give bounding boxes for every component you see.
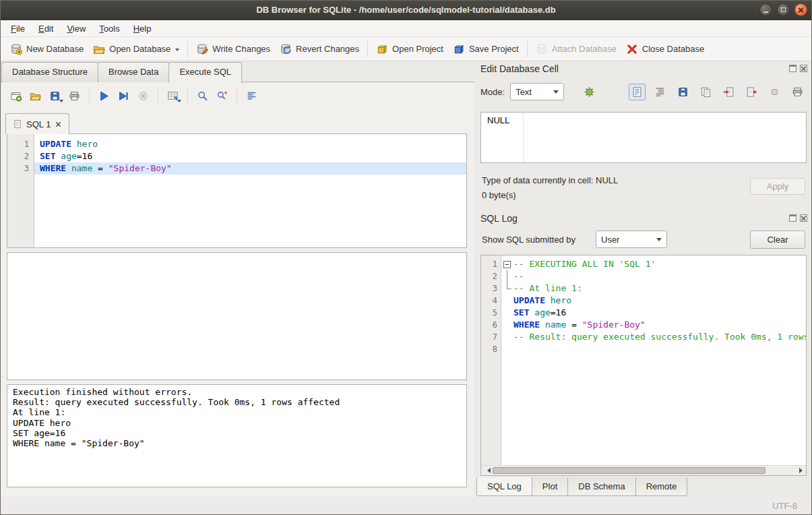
fold-guide — [501, 319, 512, 331]
indent-button[interactable] — [652, 84, 668, 100]
line-number: 2 — [7, 150, 34, 162]
copy-button[interactable] — [697, 84, 714, 100]
open-project-button[interactable]: Open Project — [371, 40, 448, 59]
close-panel-icon[interactable] — [800, 65, 807, 72]
dock-tab-remote[interactable]: Remote — [635, 477, 688, 496]
button-label: Revert Changes — [296, 44, 359, 54]
open-database-icon — [93, 43, 105, 55]
auto-update-button[interactable] — [581, 84, 598, 100]
clear-button[interactable]: Clear — [750, 231, 805, 249]
button-label: New Database — [26, 44, 84, 54]
menu-edit[interactable]: Edit — [32, 21, 60, 36]
results-grid[interactable] — [7, 252, 467, 380]
cell-mode-row: Mode: Text — [480, 82, 806, 101]
save-project-icon — [453, 43, 465, 55]
statusbar: UTF-8 — [0, 497, 812, 515]
tab-browse-data[interactable]: Browse Data — [98, 62, 169, 82]
close-button[interactable] — [794, 3, 807, 16]
cell-toolbar — [581, 84, 806, 100]
save-project-button[interactable]: Save Project — [448, 40, 524, 59]
maximize-button[interactable] — [777, 3, 790, 16]
dock-tab-plot[interactable]: Plot — [532, 477, 568, 496]
apply-button[interactable]: Apply — [750, 178, 805, 195]
encoding-indicator[interactable]: UTF-8 — [772, 501, 797, 511]
text-mode-button[interactable] — [629, 84, 646, 100]
submitter-value: User — [601, 235, 619, 245]
mode-select[interactable]: Text — [510, 83, 564, 100]
print-cell-button[interactable] — [789, 84, 806, 100]
line-number: 4 — [481, 295, 501, 307]
message-line: At line 1: — [13, 407, 461, 417]
import-file-button[interactable] — [720, 84, 737, 100]
execute-line-button[interactable] — [115, 87, 133, 105]
message-line: UPDATE hero — [13, 418, 461, 428]
minimize-button[interactable] — [759, 3, 772, 16]
tab-database-structure[interactable]: Database Structure — [1, 62, 98, 82]
find-replace-icon — [216, 90, 228, 102]
submitter-select[interactable]: User — [596, 231, 667, 248]
save-results-button[interactable] — [164, 87, 182, 105]
execute-all-button[interactable] — [95, 87, 113, 105]
execution-message: Execution finished without errors.Result… — [7, 384, 467, 487]
new-database-button[interactable]: New Database — [5, 40, 88, 59]
find-button[interactable] — [193, 87, 212, 105]
main-toolbar: New DatabaseOpen DatabaseWrite ChangesRe… — [0, 37, 812, 61]
save-sql-file-button[interactable] — [46, 87, 64, 105]
menu-file[interactable]: File — [4, 21, 32, 36]
open-project-icon — [376, 43, 388, 55]
write-changes-button[interactable]: Write Changes — [191, 40, 275, 59]
close-tab-icon[interactable] — [55, 121, 62, 128]
execute-all-icon — [98, 90, 110, 102]
menu-view[interactable]: View — [60, 21, 92, 36]
tab-execute-sql[interactable]: Execute SQL — [168, 62, 242, 83]
cell-editor[interactable]: NULL — [480, 112, 807, 163]
revert-changes-button[interactable]: Revert Changes — [275, 40, 364, 59]
toolbar-separator — [237, 90, 237, 103]
close-database-button[interactable]: Close Database — [621, 40, 710, 59]
right-panel: Edit Database Cell Mode: Text NULL Type … — [474, 61, 812, 497]
code-line: 7-- Result: query executed successfully.… — [481, 331, 806, 343]
open-sql-file-icon — [30, 90, 41, 102]
close-database-icon — [626, 43, 638, 55]
format-sql-button[interactable] — [243, 87, 261, 105]
open-sql-file-button[interactable] — [26, 87, 44, 105]
float-panel-icon[interactable] — [789, 214, 797, 222]
export-file-button[interactable] — [743, 84, 760, 100]
line-number: 5 — [481, 307, 501, 319]
print-button[interactable] — [65, 87, 84, 105]
code-text: WHERE name = "Spider-Boy" — [512, 319, 806, 331]
fold-toggle-icon[interactable] — [501, 258, 512, 270]
import-file-icon — [723, 86, 735, 98]
find-replace-button[interactable] — [213, 87, 231, 105]
new-tab-button[interactable] — [7, 87, 25, 105]
button-label: Attach Database — [552, 44, 617, 54]
float-panel-icon[interactable] — [789, 65, 797, 72]
scroll-left-icon[interactable] — [481, 466, 492, 475]
menu-help[interactable]: Help — [127, 21, 158, 36]
menu-tools[interactable]: Tools — [92, 21, 126, 36]
sql-editor[interactable]: 1UPDATE hero2SET age=163WHERE name = "Sp… — [7, 133, 467, 248]
new-tab-icon — [10, 90, 22, 102]
scroll-track[interactable] — [492, 466, 795, 475]
dock-tab-db-schema[interactable]: DB Schema — [567, 477, 635, 496]
fold-guide — [501, 270, 512, 282]
save-as-button[interactable] — [675, 84, 691, 100]
open-database-button[interactable]: Open Database — [88, 40, 184, 59]
code-text: -- Result: query executed successfully. … — [512, 331, 807, 343]
filter-label: Show SQL submitted by — [482, 235, 575, 245]
code-line: 5SET age=16 — [481, 307, 806, 319]
close-panel-icon[interactable] — [800, 214, 807, 222]
horizontal-scrollbar[interactable] — [481, 465, 806, 475]
code-line: 2SET age=16 — [7, 150, 466, 162]
sql-log-view[interactable]: 1-- EXECUTING ALL IN 'SQL 1'2--3-- At li… — [480, 255, 807, 476]
tab-sql-1[interactable]: SQL 1 — [5, 113, 69, 134]
scroll-thumb[interactable] — [493, 467, 766, 474]
scroll-right-icon[interactable] — [795, 466, 806, 475]
sql-log-title: SQL Log — [480, 213, 518, 224]
sql-file-icon — [13, 119, 22, 129]
titlebar[interactable]: DB Browser for SQLite - /home/user/code/… — [0, 0, 812, 20]
fold-guide — [501, 307, 512, 319]
code-line: 1UPDATE hero — [7, 138, 466, 150]
dock-tab-sql-log[interactable]: SQL Log — [476, 477, 532, 496]
button-label: Open Project — [392, 44, 443, 54]
